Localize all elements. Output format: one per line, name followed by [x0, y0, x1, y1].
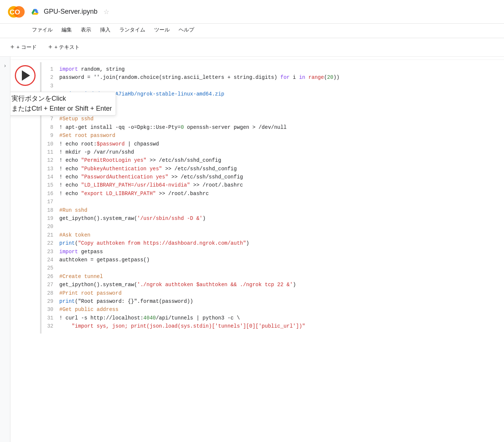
code-line-13: 13 ! echo "PubkeyAuthentication yes" >> …	[46, 165, 500, 173]
run-button[interactable]	[15, 65, 36, 86]
svg-text:CO: CO	[10, 8, 20, 16]
line-num-30: 30	[46, 305, 53, 314]
code-line-4: 4 equinox.io/c/4VmDzA7iaHb/ngrok-stable-…	[46, 90, 500, 98]
menu-help[interactable]: ヘルプ	[175, 25, 198, 35]
code-line-8: 8 ! apt-get install -qq -o=Dpkg::Use-Pty…	[46, 123, 500, 131]
menu-tools[interactable]: ツール	[150, 25, 173, 35]
line-num-17: 17	[46, 198, 53, 206]
line-num-18: 18	[46, 206, 53, 214]
sidebar-arrow-icon: ›	[4, 63, 6, 68]
code-cell: 実行ボタンをClick またはCtrl + Enter or Shift + E…	[10, 61, 504, 335]
plus-icon-text: +	[49, 43, 53, 51]
menu-file[interactable]: ファイル	[28, 25, 56, 35]
code-line-31: 31 ! curl -s http://localhost:4040/api/t…	[46, 314, 500, 322]
menu-runtime[interactable]: ランタイム	[116, 25, 149, 35]
line-num-23: 23	[46, 248, 53, 256]
code-line-1: 1 import random, string	[46, 65, 500, 73]
header: CO GPU-Server.ipynb ☆	[0, 0, 504, 24]
code-line-16: 16 ! echo "export LD_LIBRARY_PATH" >> /r…	[46, 190, 500, 198]
run-button-area: 実行ボタンをClick またはCtrl + Enter or Shift + E…	[10, 62, 40, 86]
line-num-19: 19	[46, 214, 53, 222]
notebook-area: 実行ボタンをClick またはCtrl + Enter or Shift + E…	[10, 57, 504, 442]
line-num-2: 2	[46, 73, 53, 81]
code-line-12: 12 ! echo "PermitRootLogin yes" >> /etc/…	[46, 156, 500, 164]
line-num-3: 3	[46, 82, 53, 90]
code-line-5: 5 nux-amd64.zip	[46, 98, 500, 107]
line-num-4: 4	[46, 90, 53, 98]
line-num-28: 28	[46, 289, 53, 297]
line-num-21: 21	[46, 231, 53, 239]
line-num-6: 6	[46, 107, 53, 115]
code-line-7: 7 #Setup sshd	[46, 115, 500, 123]
drive-icon-wrapper	[31, 8, 39, 16]
line-num-9: 9	[46, 131, 53, 140]
drive-icon	[31, 8, 39, 16]
line-num-29: 29	[46, 297, 53, 305]
menu-edit[interactable]: 編集	[58, 25, 76, 35]
colab-logo: CO	[6, 1, 27, 22]
code-line-26: 26 #Create tunnel	[46, 272, 500, 281]
code-line-22: 22 print("Copy authtoken from https://da…	[46, 239, 500, 247]
cell-wrapper: 実行ボタンをClick またはCtrl + Enter or Shift + E…	[10, 60, 504, 336]
line-num-32: 32	[46, 322, 53, 330]
code-line-29: 29 print("Root password: {}".format(pass…	[46, 297, 500, 305]
line-num-12: 12	[46, 156, 53, 164]
code-line-24: 24 authtoken = getpass.getpass()	[46, 256, 500, 264]
code-line-21: 21 #Ask token	[46, 231, 500, 239]
star-icon[interactable]: ☆	[103, 8, 109, 16]
code-line-3: 3	[46, 82, 500, 90]
line-num-27: 27	[46, 281, 53, 289]
menubar: ファイル 編集 表示 挿入 ランタイム ツール ヘルプ	[0, 24, 504, 38]
code-line-19: 19 get_ipython().system_raw('/usr/sbin/s…	[46, 214, 500, 222]
plus-icon-code: +	[10, 43, 14, 51]
line-num-7: 7	[46, 115, 53, 123]
line-num-26: 26	[46, 272, 53, 281]
line-num-10: 10	[46, 140, 53, 148]
code-line-32: 32 "import sys, json; print(json.load(sy…	[46, 322, 500, 330]
line-num-1: 1	[46, 65, 53, 73]
line-num-15: 15	[46, 181, 53, 189]
code-line-17: 17	[46, 198, 500, 206]
code-area[interactable]: 1 import random, string 2 password = ''.…	[40, 62, 504, 334]
code-line-27: 27 get_ipython().system_raw('./ngrok aut…	[46, 281, 500, 289]
line-num-13: 13	[46, 165, 53, 173]
code-line-11: 11 ! mkdir -p /var/run/sshd	[46, 148, 500, 156]
code-line-18: 18 #Run sshd	[46, 206, 500, 214]
code-line-28: 28 #Print root password	[46, 289, 500, 297]
line-num-5: 5	[46, 98, 53, 107]
line-num-14: 14	[46, 173, 53, 181]
line-num-24: 24	[46, 256, 53, 264]
add-text-button[interactable]: + + テキスト	[44, 41, 84, 53]
line-num-11: 11	[46, 148, 53, 156]
code-line-2: 2 password = ''.join(random.choice(strin…	[46, 73, 500, 81]
line-num-20: 20	[46, 222, 53, 231]
menu-insert[interactable]: 挿入	[96, 25, 114, 35]
notebook-title[interactable]: GPU-Server.ipynb	[44, 8, 97, 16]
line-num-31: 31	[46, 314, 53, 322]
code-line-6: 6	[46, 107, 500, 115]
code-line-23: 23 import getpass	[46, 248, 500, 256]
add-code-label: + コード	[17, 44, 37, 51]
line-num-8: 8	[46, 123, 53, 131]
code-line-20: 20	[46, 222, 500, 231]
run-button-container: 実行ボタンをClick またはCtrl + Enter or Shift + E…	[15, 65, 36, 86]
toolbar: + + コード + + テキスト	[0, 38, 504, 57]
main-content: › 実行ボタンをClick またはCtrl + Enter or Shift +…	[0, 57, 504, 442]
code-line-30: 30 #Get public address	[46, 305, 500, 314]
code-line-15: 15 ! echo "LD_LIBRARY_PATH=/usr/lib64-nv…	[46, 181, 500, 189]
line-num-22: 22	[46, 239, 53, 247]
code-line-14: 14 ! echo "PasswordAuthentication yes" >…	[46, 173, 500, 181]
line-num-16: 16	[46, 190, 53, 198]
add-code-button[interactable]: + + コード	[6, 41, 41, 53]
add-text-label: + テキスト	[54, 44, 80, 51]
line-num-25: 25	[46, 264, 53, 272]
code-line-10: 10 ! echo root:$password | chpasswd	[46, 140, 500, 148]
colab-logo-svg: CO	[7, 2, 26, 21]
menu-view[interactable]: 表示	[77, 25, 95, 35]
sidebar-toggle[interactable]: ›	[0, 57, 10, 442]
code-line-9: 9 #Set root password	[46, 131, 500, 140]
code-line-25: 25	[46, 264, 500, 272]
